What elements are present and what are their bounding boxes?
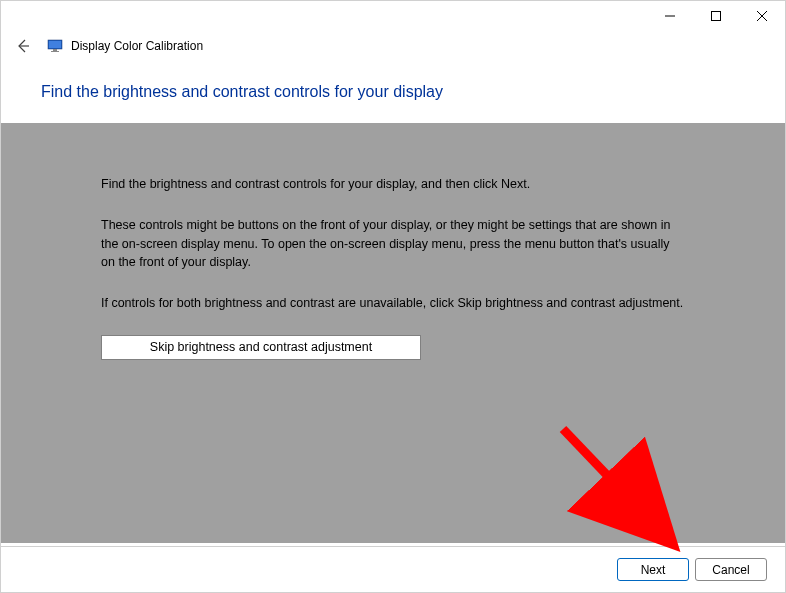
svg-rect-6 <box>49 41 61 48</box>
header: Display Color Calibration <box>1 31 785 61</box>
cancel-button[interactable]: Cancel <box>695 558 767 581</box>
app-title: Display Color Calibration <box>71 39 203 53</box>
footer: Next Cancel <box>1 546 785 592</box>
title-bar <box>1 1 785 31</box>
instruction-text-1: Find the brightness and contrast control… <box>101 175 685 194</box>
skip-adjustment-button[interactable]: Skip brightness and contrast adjustment <box>101 335 421 360</box>
svg-rect-1 <box>712 12 721 21</box>
page-heading: Find the brightness and contrast control… <box>1 61 785 123</box>
svg-rect-7 <box>53 49 57 51</box>
window-controls <box>647 1 785 31</box>
content-area: Find the brightness and contrast control… <box>1 123 785 543</box>
instruction-text-2: These controls might be buttons on the f… <box>101 216 685 272</box>
back-arrow-icon[interactable] <box>11 34 35 58</box>
maximize-button[interactable] <box>693 1 739 31</box>
close-button[interactable] <box>739 1 785 31</box>
minimize-button[interactable] <box>647 1 693 31</box>
instruction-text-3: If controls for both brightness and cont… <box>101 294 685 313</box>
app-icon <box>47 38 63 54</box>
svg-rect-8 <box>51 51 59 52</box>
next-button[interactable]: Next <box>617 558 689 581</box>
